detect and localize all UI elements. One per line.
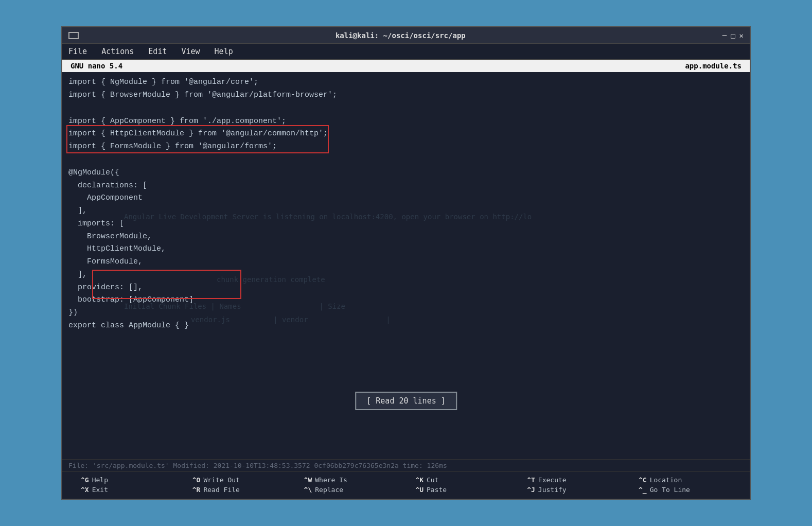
window-icon: [68, 32, 79, 39]
menu-actions[interactable]: Actions: [99, 46, 136, 57]
shortcut-label-write: Write Out: [203, 476, 239, 484]
shortcut-where-is: ^W Where Is: [304, 476, 397, 484]
code-line-14: HttpClientModule,: [68, 243, 744, 256]
read-lines-badge: [ Read 20 lines ]: [355, 392, 457, 410]
shortcut-key-where: ^W: [304, 476, 312, 484]
code-line-12: imports: [: [68, 218, 744, 231]
code-line-3: [68, 102, 744, 115]
shortcut-label-cut: Cut: [427, 476, 438, 484]
editor-area[interactable]: import { NgModule } from '@angular/core'…: [62, 72, 750, 459]
shortcut-exit: ^X Exit: [81, 486, 173, 494]
menu-help[interactable]: Help: [213, 46, 235, 57]
status-text: File: 'src/app.module.ts' Modified: 2021…: [68, 462, 447, 469]
shortcut-key-cut: ^K: [415, 476, 423, 484]
shortcut-label-justify: Justify: [538, 486, 567, 494]
nano-header: GNU nano 5.4 app.module.ts: [62, 60, 750, 72]
shortcut-label-replace: Replace: [315, 486, 343, 494]
code-line-1: import { NgModule } from '@angular/core'…: [68, 76, 744, 89]
shortcut-key-justify: ^J: [527, 486, 535, 494]
code-line-18: bootstrap: [AppComponent]: [68, 294, 744, 307]
window-title: kali@kali: ~/osci/osci/src/app: [79, 31, 722, 40]
shortcut-help: ^G Help: [81, 476, 173, 484]
shortcut-key-replace: ^\: [304, 486, 312, 494]
shortcut-key-read: ^R: [192, 486, 201, 494]
shortcut-key-write: ^O: [192, 476, 201, 484]
shortcut-replace: ^\ Replace: [304, 486, 397, 494]
window-controls[interactable]: ─ □ ✕: [722, 31, 744, 40]
code-line-19: }): [68, 307, 744, 320]
code-line-10: AppComponent: [68, 192, 744, 205]
shortcut-label-exit: Exit: [92, 486, 108, 494]
menubar: File Actions Edit View Help: [62, 44, 750, 60]
shortcut-write-out: ^O Write Out: [192, 476, 285, 484]
shortcut-execute: ^T Execute: [527, 476, 620, 484]
menu-file[interactable]: File: [66, 46, 89, 57]
shortcut-label-execute: Execute: [538, 476, 567, 484]
shortcut-goto-line: ^_ Go To Line: [639, 486, 731, 494]
nano-version: GNU nano 5.4: [70, 62, 122, 70]
code-line-7: [68, 153, 744, 167]
shortcut-row-1: ^G Help ^O Write Out ^W Where Is ^K Cut …: [70, 476, 742, 484]
code-line-20: export class AppModule { }: [68, 320, 744, 332]
shortcut-cut: ^K Cut: [415, 476, 508, 484]
shortcut-key-help: ^G: [81, 476, 89, 484]
maximize-button[interactable]: □: [731, 31, 735, 40]
shortcut-label-location: Location: [650, 476, 682, 484]
code-line-11: ],: [68, 205, 744, 218]
code-line-16: ],: [68, 269, 744, 282]
shortcut-read-file: ^R Read File: [192, 486, 285, 494]
title-bar-left: [68, 32, 79, 39]
status-bar: File: 'src/app.module.ts' Modified: 2021…: [62, 459, 750, 471]
code-line-13: BrowserModule,: [68, 231, 744, 243]
shortcut-label-help: Help: [92, 476, 108, 484]
shortcut-paste: ^U Paste: [415, 486, 508, 494]
shortcut-row-2: ^X Exit ^R Read File ^\ Replace ^U Paste…: [70, 486, 742, 494]
terminal-window: kali@kali: ~/osci/osci/src/app ─ □ ✕ Fil…: [61, 26, 751, 500]
code-line-5: import { HttpClientModule } from '@angul…: [68, 128, 744, 141]
menu-edit[interactable]: Edit: [146, 46, 169, 57]
shortcut-key-paste: ^U: [415, 486, 423, 494]
minimize-button[interactable]: ─: [722, 31, 727, 40]
shortcut-label-read: Read File: [203, 486, 239, 494]
shortcut-justify: ^J Justify: [527, 486, 620, 494]
menu-view[interactable]: View: [179, 46, 202, 57]
code-line-15: FormsModule,: [68, 256, 744, 269]
code-line-9: declarations: [: [68, 180, 744, 192]
shortcut-location: ^C Location: [639, 476, 731, 484]
code-line-17: providers: [],: [68, 282, 744, 294]
shortcut-label-goto: Go To Line: [650, 486, 690, 494]
nano-filename: app.module.ts: [685, 62, 742, 70]
shortcut-key-execute: ^T: [527, 476, 535, 484]
shortcut-key-goto: ^_: [639, 486, 647, 494]
shortcut-key-location: ^C: [639, 476, 647, 484]
code-line-6: import { FormsModule } from '@angular/fo…: [68, 141, 744, 153]
shortcut-key-exit: ^X: [81, 486, 89, 494]
close-button[interactable]: ✕: [739, 31, 744, 40]
shortcut-label-where: Where Is: [315, 476, 347, 484]
code-line-4: import { AppComponent } from './app.comp…: [68, 115, 744, 128]
shortcut-bar: ^G Help ^O Write Out ^W Where Is ^K Cut …: [62, 471, 750, 499]
code-line-2: import { BrowserModule } from '@angular/…: [68, 89, 744, 102]
title-bar: kali@kali: ~/osci/osci/src/app ─ □ ✕: [62, 27, 750, 44]
shortcut-label-paste: Paste: [427, 486, 447, 494]
code-line-8: @NgModule({: [68, 167, 744, 180]
